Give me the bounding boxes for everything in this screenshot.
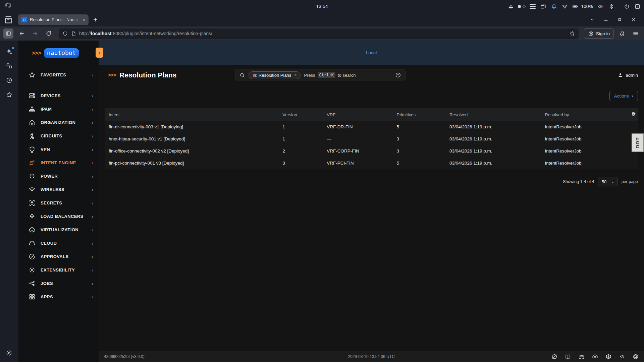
sidebar-item-label: APPS [41,294,87,299]
bookmark-star-icon[interactable] [569,31,575,37]
banner-local-link[interactable]: Local [366,50,377,55]
tab-list-chevron-icon[interactable] [590,17,595,22]
sidebar-item-secrets[interactable]: SECRETS› [18,196,99,209]
table-row[interactable]: fin-office-connectivity-002 v2 [Deployed… [105,145,638,157]
sidebar-item-organization[interactable]: ORGANIZATION› [18,116,99,129]
search-scope-chip[interactable]: in: Resolution Plans × [249,71,301,79]
cell-intent[interactable]: fin-dr-connectivity-003 v1 [Deploying] [105,121,278,133]
title-chevrons: >>> [108,72,116,78]
extensibility-icon [29,266,36,274]
browser-side-strip [0,41,18,362]
graphql-icon[interactable] [605,354,611,360]
cloud-icon [29,240,36,247]
cell-intent[interactable]: fin-pci-connectivity-001 v3 [Deployed] [105,157,278,169]
forward-icon[interactable] [30,28,40,39]
api-gate-icon[interactable] [579,354,585,360]
window-maximize-icon[interactable] [617,17,622,22]
cell-version: 1 [278,133,323,145]
sidebar-item-virtualization[interactable]: VIRTUALIZATION› [18,223,99,236]
nautobot-logo[interactable]: >>> nautobot [18,41,99,65]
menu-hamburger-icon[interactable] [631,28,641,39]
column-header-resolved[interactable]: Resolved [445,108,541,121]
pagination-summary: Showing 1-4 of 4 [563,179,594,184]
reload-icon[interactable] [44,28,54,39]
cell-version: 1 [278,121,323,133]
new-tab-button[interactable]: + [93,16,97,24]
app-sidebar: >>> nautobot FAVORITES›DEVICES›IPAM›ORGA… [18,41,99,362]
virtualization-icon [29,226,36,233]
code-brackets-icon[interactable] [619,354,625,360]
workspaces-icon[interactable] [6,62,13,69]
sidebar-item-cloud[interactable]: CLOUD› [18,236,99,250]
column-header-primitives[interactable]: Primitives [393,108,445,121]
search-help-icon[interactable] [395,72,401,78]
app-footer: 43d6900252bf (v3.0.0) 2026-03-10 13:54:3… [99,351,644,362]
browser-toolbar: http://localhost:8080/plugins/intent-net… [0,26,644,41]
footer-dot-separator: · [601,354,602,359]
current-user[interactable]: admin [618,72,638,78]
sidebar-item-label: EXTENSIBILITY [41,267,87,273]
sidebar-item-load-balancers[interactable]: LOAD BALANCERS› [18,209,99,223]
bookmarks-star-icon[interactable] [6,91,13,98]
sidebar-item-label: CIRCUITS [41,133,87,138]
sidebar-toggle-icon[interactable] [3,28,13,39]
column-header-vrf[interactable]: VRF [323,108,392,121]
table-row[interactable]: fin-pci-connectivity-001 v3 [Deployed]3V… [105,157,638,169]
chevron-right-icon: › [92,214,93,219]
cell-primitives: 3 [393,145,445,157]
column-header-resolved-by[interactable]: Resolved by [541,108,627,121]
chevron-right-icon: › [92,133,93,139]
table-row[interactable]: hnet-hipaa-security-001 v1 [Deployed]1—3… [105,133,638,145]
sidebar-item-intent-engine[interactable]: INTENT ENGINE› [18,156,99,169]
sidebar-item-approvals[interactable]: APPROVALS› [18,250,99,263]
debug-toolbar-handle[interactable]: DDT [632,133,644,152]
footer-dot-separator: · [614,354,616,359]
cell-primitives: 3 [393,133,445,145]
back-icon[interactable] [17,28,27,39]
window-minimize-icon[interactable] [603,17,608,22]
url-bar[interactable]: http://localhost:8080/plugins/intent-net… [59,28,579,39]
cell-actions [627,157,638,169]
docs-book-icon[interactable] [565,354,571,360]
per-page-select[interactable]: 50 ⌄ [598,177,618,186]
global-search-input[interactable]: in: Resolution Plans × Press Ctrl+K to s… [235,69,406,81]
cloud-code-icon[interactable] [592,354,598,360]
column-header-intent[interactable]: Intent [105,108,278,121]
community-lifebuoy-icon[interactable] [633,354,639,360]
sidebar-item-vpn[interactable]: VPN› [18,142,99,156]
user-icon [618,72,623,78]
sidebar-item-jobs[interactable]: JOBS› [18,277,99,290]
settings-gear-icon[interactable] [6,350,13,357]
cell-intent[interactable]: fin-office-connectivity-002 v2 [Deployed… [105,145,278,157]
sidebar-item-circuits[interactable]: CIRCUITS› [18,129,99,142]
sidebar-item-apps[interactable]: APPS› [18,290,99,303]
sidebar-item-devices[interactable]: DEVICES› [18,89,99,102]
chip-close-icon[interactable]: × [294,73,297,77]
history-clock-icon[interactable] [6,77,13,84]
tab-close-icon[interactable]: × [83,17,85,22]
nautobot-favicon: n [21,17,27,22]
page-info-icon[interactable] [71,31,76,37]
sidebar-item-power[interactable]: POWER› [18,169,99,183]
ai-sparkle-icon[interactable] [6,48,13,55]
cell-resolved-by: IntentResolverJob [541,157,627,169]
extensions-puzzle-icon[interactable] [617,28,627,39]
sign-in-button[interactable]: Sign in [584,28,614,39]
sidebar-item-favorites[interactable]: FAVORITES› [18,68,99,81]
browser-tab-active[interactable]: n Resolution Plans - Nauto × [18,14,89,25]
sidebar-collapse-button[interactable]: ‹ [96,48,103,58]
actions-button[interactable]: Actions ▾ [609,91,638,101]
column-header-version[interactable]: Version [278,108,323,121]
sidebar-item-ipam[interactable]: IPAM› [18,102,99,116]
shield-icon[interactable] [62,31,68,37]
sidebar-item-extensibility[interactable]: EXTENSIBILITY› [18,263,99,277]
theme-toggle-icon[interactable] [551,354,557,360]
window-close-icon[interactable] [631,17,636,22]
search-icon [239,72,245,78]
table-row[interactable]: fin-dr-connectivity-003 v1 [Deploying]1V… [105,121,638,133]
sidebar-item-wireless[interactable]: WIRELESS› [18,183,99,196]
table-settings-gear-icon[interactable] [631,111,637,117]
vertical-tabs-icon[interactable] [3,15,13,25]
cell-intent[interactable]: hnet-hipaa-security-001 v1 [Deployed] [105,133,278,145]
chevron-right-icon: › [92,72,93,78]
